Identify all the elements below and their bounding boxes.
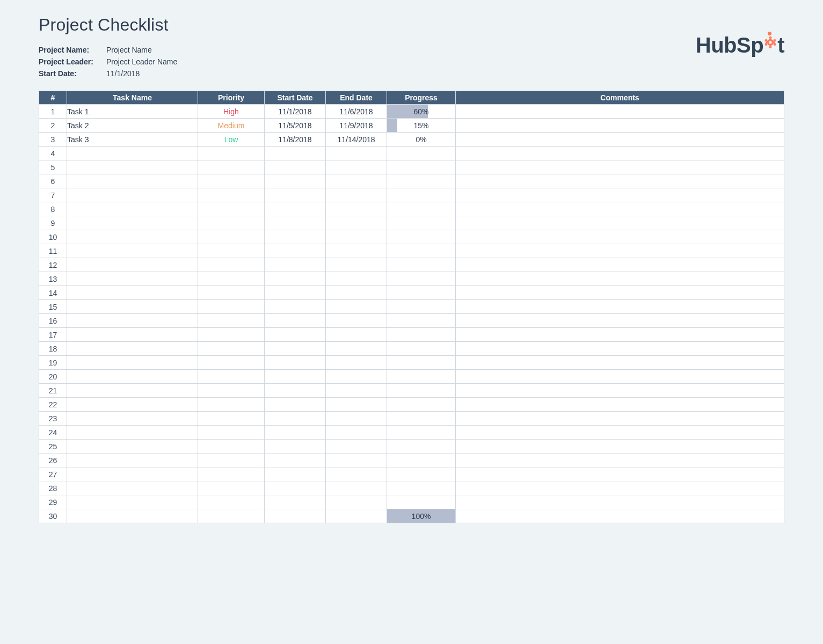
cell-end-date[interactable]	[326, 356, 387, 370]
cell-start-date[interactable]	[265, 174, 326, 188]
cell-start-date[interactable]	[265, 300, 326, 314]
cell-comments[interactable]	[456, 412, 784, 426]
cell-task-name[interactable]: Task 1	[67, 105, 198, 119]
cell-progress[interactable]	[387, 286, 456, 300]
cell-priority[interactable]	[198, 230, 265, 244]
cell-priority[interactable]	[198, 412, 265, 426]
cell-priority[interactable]	[198, 147, 265, 160]
cell-progress[interactable]	[387, 481, 456, 495]
cell-start-date[interactable]: 11/8/2018	[265, 133, 326, 147]
cell-end-date[interactable]	[326, 286, 387, 300]
cell-end-date[interactable]	[326, 314, 387, 328]
cell-comments[interactable]	[456, 509, 784, 523]
cell-start-date[interactable]	[265, 495, 326, 509]
cell-priority[interactable]	[198, 314, 265, 328]
cell-end-date[interactable]	[326, 481, 387, 495]
cell-progress[interactable]	[387, 384, 456, 398]
cell-priority[interactable]	[198, 286, 265, 300]
cell-task-name[interactable]	[67, 384, 198, 398]
cell-end-date[interactable]	[326, 412, 387, 426]
cell-comments[interactable]	[456, 160, 784, 174]
cell-progress[interactable]	[387, 370, 456, 384]
cell-priority[interactable]	[198, 426, 265, 440]
cell-start-date[interactable]	[265, 440, 326, 453]
cell-comments[interactable]	[456, 244, 784, 258]
cell-progress[interactable]	[387, 300, 456, 314]
cell-priority[interactable]	[198, 244, 265, 258]
cell-start-date[interactable]	[265, 188, 326, 202]
cell-task-name[interactable]	[67, 342, 198, 356]
cell-start-date[interactable]	[265, 244, 326, 258]
cell-comments[interactable]	[456, 495, 784, 509]
cell-end-date[interactable]	[326, 160, 387, 174]
cell-progress[interactable]	[387, 356, 456, 370]
cell-comments[interactable]	[456, 105, 784, 119]
cell-progress[interactable]	[387, 244, 456, 258]
cell-priority[interactable]	[198, 258, 265, 272]
cell-progress[interactable]	[387, 216, 456, 230]
cell-end-date[interactable]	[326, 384, 387, 398]
cell-task-name[interactable]: Task 2	[67, 119, 198, 133]
cell-task-name[interactable]	[67, 426, 198, 440]
cell-priority[interactable]	[198, 342, 265, 356]
cell-progress[interactable]	[387, 202, 456, 216]
cell-comments[interactable]	[456, 398, 784, 412]
cell-priority[interactable]	[198, 370, 265, 384]
cell-task-name[interactable]	[67, 440, 198, 453]
cell-progress[interactable]	[387, 258, 456, 272]
cell-progress[interactable]	[387, 342, 456, 356]
cell-priority[interactable]	[198, 188, 265, 202]
cell-priority[interactable]	[198, 467, 265, 481]
cell-task-name[interactable]	[67, 412, 198, 426]
cell-start-date[interactable]	[265, 467, 326, 481]
cell-task-name[interactable]	[67, 216, 198, 230]
cell-task-name[interactable]	[67, 481, 198, 495]
cell-priority[interactable]	[198, 174, 265, 188]
cell-task-name[interactable]	[67, 509, 198, 523]
cell-end-date[interactable]	[326, 244, 387, 258]
cell-task-name[interactable]	[67, 244, 198, 258]
cell-comments[interactable]	[456, 188, 784, 202]
cell-task-name[interactable]	[67, 147, 198, 160]
cell-task-name[interactable]	[67, 453, 198, 467]
cell-comments[interactable]	[456, 202, 784, 216]
cell-task-name[interactable]: Task 3	[67, 133, 198, 147]
cell-start-date[interactable]	[265, 426, 326, 440]
cell-start-date[interactable]	[265, 258, 326, 272]
cell-start-date[interactable]	[265, 342, 326, 356]
cell-end-date[interactable]: 11/14/2018	[326, 133, 387, 147]
cell-start-date[interactable]	[265, 481, 326, 495]
cell-end-date[interactable]	[326, 398, 387, 412]
cell-comments[interactable]	[456, 481, 784, 495]
cell-end-date[interactable]	[326, 453, 387, 467]
meta-name-value[interactable]: Project Name	[106, 45, 177, 55]
cell-task-name[interactable]	[67, 202, 198, 216]
cell-progress[interactable]	[387, 398, 456, 412]
cell-priority[interactable]	[198, 216, 265, 230]
cell-task-name[interactable]	[67, 398, 198, 412]
cell-priority[interactable]	[198, 328, 265, 342]
cell-start-date[interactable]	[265, 453, 326, 467]
cell-comments[interactable]	[456, 370, 784, 384]
cell-progress[interactable]	[387, 160, 456, 174]
cell-priority[interactable]	[198, 202, 265, 216]
cell-priority[interactable]	[198, 300, 265, 314]
cell-task-name[interactable]	[67, 356, 198, 370]
cell-start-date[interactable]	[265, 286, 326, 300]
cell-comments[interactable]	[456, 426, 784, 440]
cell-progress[interactable]: 100%	[387, 509, 456, 523]
cell-end-date[interactable]	[326, 342, 387, 356]
cell-start-date[interactable]	[265, 384, 326, 398]
cell-start-date[interactable]: 11/1/2018	[265, 105, 326, 119]
cell-comments[interactable]	[456, 286, 784, 300]
cell-priority[interactable]	[198, 509, 265, 523]
cell-task-name[interactable]	[67, 328, 198, 342]
cell-priority[interactable]	[198, 495, 265, 509]
cell-start-date[interactable]	[265, 356, 326, 370]
cell-comments[interactable]	[456, 174, 784, 188]
cell-progress[interactable]	[387, 174, 456, 188]
cell-task-name[interactable]	[67, 258, 198, 272]
cell-comments[interactable]	[456, 342, 784, 356]
cell-progress[interactable]	[387, 495, 456, 509]
cell-task-name[interactable]	[67, 370, 198, 384]
